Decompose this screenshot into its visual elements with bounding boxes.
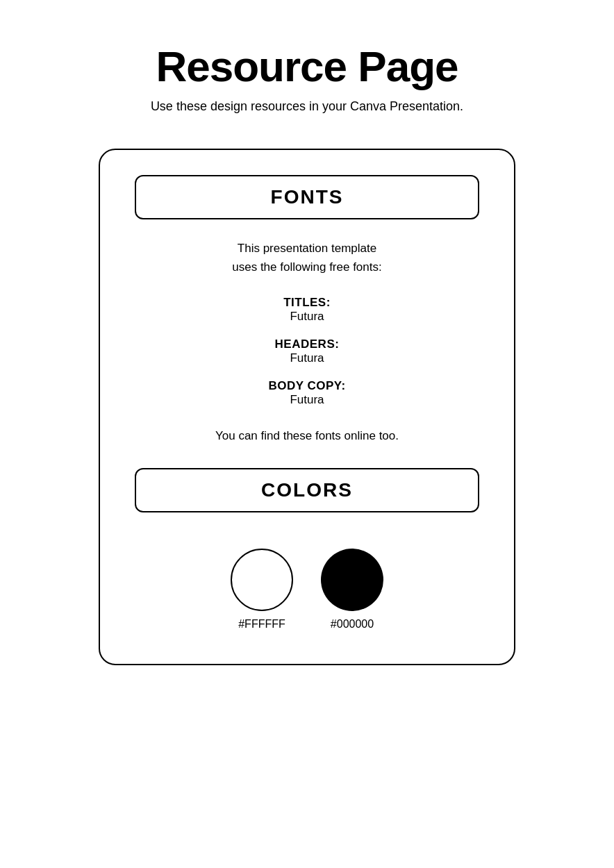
fonts-section-label: FONTS <box>135 175 479 219</box>
resource-card: FONTS This presentation template uses th… <box>99 149 515 665</box>
page-title: Resource Page <box>156 42 458 91</box>
font-entry-headers: HEADERS: Futura <box>275 337 340 365</box>
font-entry-titles: TITLES: Futura <box>283 296 331 324</box>
colors-section-label: COLORS <box>135 468 479 512</box>
colors-section: COLORS #FFFFFF #000000 <box>135 468 479 631</box>
font-headers-label: HEADERS: <box>275 337 340 351</box>
color-swatches: #FFFFFF #000000 <box>231 549 383 631</box>
font-bodycopy-value: Futura <box>268 393 345 407</box>
color-swatch-white: #FFFFFF <box>231 549 293 631</box>
fonts-description: This presentation template uses the foll… <box>232 239 381 276</box>
color-circle-white <box>231 549 293 611</box>
font-bodycopy-label: BODY COPY: <box>268 379 345 393</box>
font-titles-label: TITLES: <box>283 296 331 310</box>
font-entry-bodycopy: BODY COPY: Futura <box>268 379 345 407</box>
color-circle-black <box>321 549 383 611</box>
color-hex-black: #000000 <box>331 618 374 631</box>
font-headers-value: Futura <box>275 351 340 365</box>
fonts-footer: You can find these fonts online too. <box>215 429 399 443</box>
color-hex-white: #FFFFFF <box>238 618 285 631</box>
page-subtitle: Use these design resources in your Canva… <box>151 99 463 114</box>
font-titles-value: Futura <box>283 310 331 324</box>
color-swatch-black: #000000 <box>321 549 383 631</box>
